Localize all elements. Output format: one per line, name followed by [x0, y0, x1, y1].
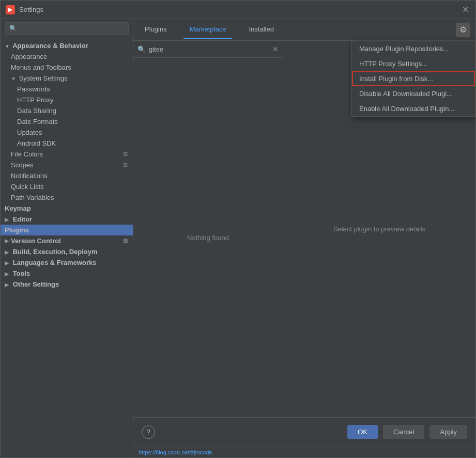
nothing-found-text: Nothing found [133, 58, 283, 417]
expand-icon: ▶ [5, 238, 11, 244]
search-icon: 🔍 [137, 45, 146, 53]
sidebar-item-quick-lists[interactable]: Quick Lists [1, 181, 133, 192]
sidebar-item-other-settings[interactable]: ▶ Other Settings [1, 279, 133, 290]
search-panel: 🔍 ✕ Nothing found [133, 41, 283, 417]
config-icon: ⊞ [121, 162, 129, 169]
settings-window: ▶ Settings ✕ ▼ Appearance & Behavior App… [0, 0, 476, 458]
right-panel: Plugins Marketplace Installed ⚙ Manage P… [133, 19, 475, 457]
sidebar-item-appearance-behavior[interactable]: ▼ Appearance & Behavior [1, 40, 133, 51]
cancel-button[interactable]: Cancel [383, 425, 424, 439]
plugins-header: Plugins Marketplace Installed ⚙ [133, 19, 475, 41]
close-button[interactable]: ✕ [460, 5, 470, 15]
expand-icon: ▶ [5, 271, 11, 277]
apply-button[interactable]: Apply [429, 425, 467, 439]
sidebar-item-editor[interactable]: ▶ Editor [1, 214, 133, 225]
sidebar-item-android-sdk[interactable]: Android SDK [1, 138, 133, 149]
expand-icon: ▶ [5, 282, 11, 288]
sidebar-item-scopes[interactable]: Scopes ⊞ [1, 160, 133, 170]
sidebar-item-passwords[interactable]: Passwords [1, 84, 133, 94]
gear-button[interactable]: ⚙ [456, 23, 470, 37]
ok-button[interactable]: OK [347, 425, 378, 439]
plugins-header-area: Plugins Marketplace Installed ⚙ Manage P… [133, 19, 475, 41]
search-bar: 🔍 ✕ [133, 41, 283, 58]
expand-icon: ▶ [5, 217, 11, 223]
sidebar-item-date-formats[interactable]: Date Formats [1, 116, 133, 127]
sidebar-item-data-sharing[interactable]: Data Sharing [1, 105, 133, 116]
tab-plugins[interactable]: Plugins [139, 20, 173, 39]
app-icon: ▶ [6, 5, 15, 14]
status-bar: https://blog.csdn.net/zjmcode [133, 446, 475, 457]
dropdown-http-proxy[interactable]: HTTP Proxy Settings... [352, 56, 475, 71]
sidebar-item-system-settings[interactable]: ▼ System Settings [1, 73, 133, 84]
config-icon: ⊞ [121, 238, 129, 245]
config-icon: ⊞ [121, 151, 129, 158]
tab-installed[interactable]: Installed [242, 20, 280, 39]
expand-icon: ▼ [5, 43, 11, 49]
sidebar-item-menus-toolbars[interactable]: Menus and Toolbars [1, 62, 133, 73]
sidebar-item-appearance[interactable]: Appearance [1, 51, 133, 62]
sidebar-item-build-execution[interactable]: ▶ Build, Execution, Deploym [1, 246, 133, 257]
sidebar-item-path-variables[interactable]: Path Variables [1, 192, 133, 203]
dropdown-install-from-disk[interactable]: Install Plugin from Disk... [352, 71, 475, 86]
bottom-bar: ? OK Cancel Apply [133, 417, 475, 446]
plugin-search-input[interactable] [149, 45, 269, 53]
sidebar-search-input[interactable] [5, 22, 129, 35]
window-title: Settings [19, 6, 460, 13]
dropdown-disable-all[interactable]: Disable All Downloaded Plugi... [352, 86, 475, 101]
sidebar-item-file-colors[interactable]: File Colors ⊞ [1, 149, 133, 160]
dropdown-menu: Manage Plugin Repositories... HTTP Proxy… [351, 41, 475, 117]
sidebar-item-plugins[interactable]: Plugins [1, 225, 133, 235]
clear-search-button[interactable]: ✕ [272, 45, 279, 53]
sidebar-item-updates[interactable]: Updates [1, 127, 133, 138]
sidebar-item-version-control[interactable]: ▶ Version Control ⊞ [1, 235, 133, 246]
sidebar: ▼ Appearance & Behavior Appearance Menus… [1, 19, 133, 457]
expand-icon: ▼ [11, 76, 17, 82]
sidebar-search-box[interactable] [1, 19, 133, 38]
help-button[interactable]: ? [142, 425, 155, 439]
main-content: ▼ Appearance & Behavior Appearance Menus… [1, 19, 475, 457]
sidebar-tree: ▼ Appearance & Behavior Appearance Menus… [1, 38, 133, 457]
sidebar-item-languages-frameworks[interactable]: ▶ Languages & Frameworks [1, 257, 133, 268]
dropdown-enable-all[interactable]: Enable All Downloaded Plugin... [352, 101, 475, 116]
title-bar: ▶ Settings ✕ [1, 1, 475, 19]
dropdown-manage-repos[interactable]: Manage Plugin Repositories... [352, 41, 475, 56]
expand-icon: ▶ [5, 249, 11, 255]
expand-icon: ▶ [5, 260, 11, 266]
tab-marketplace[interactable]: Marketplace [183, 20, 233, 39]
sidebar-item-keymap[interactable]: Keymap [1, 203, 133, 214]
sidebar-item-tools[interactable]: ▶ Tools [1, 268, 133, 279]
sidebar-item-http-proxy[interactable]: HTTP Proxy [1, 94, 133, 105]
sidebar-item-notifications[interactable]: Notifications [1, 170, 133, 181]
